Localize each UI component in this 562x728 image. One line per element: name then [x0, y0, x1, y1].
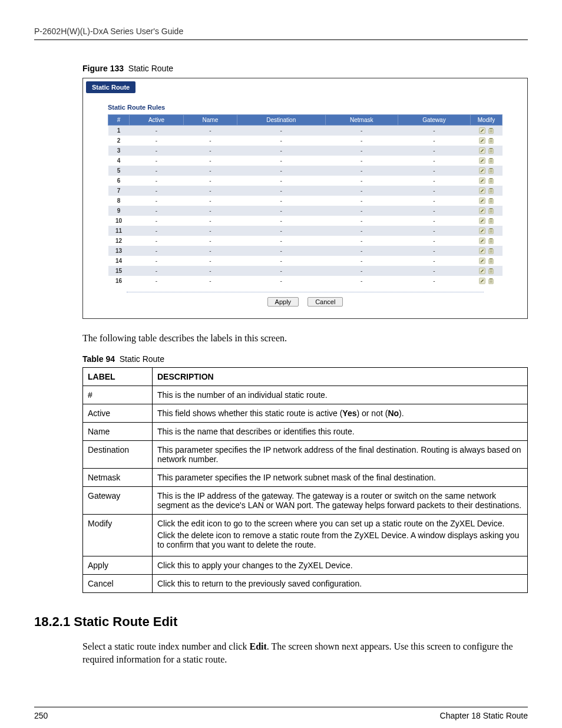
cell-gateway: -: [398, 126, 470, 136]
edit-icon[interactable]: [478, 187, 486, 195]
delete-icon[interactable]: [487, 247, 495, 255]
cell-active: -: [130, 166, 184, 176]
cell-active: -: [130, 146, 184, 156]
cell-gateway: -: [398, 266, 470, 276]
cell-netmask: -: [325, 186, 398, 196]
intro-paragraph: The following table describes the labels…: [82, 333, 528, 344]
delete-icon[interactable]: [487, 197, 495, 205]
edit-icon[interactable]: [478, 277, 486, 285]
section-heading: 18.2.1 Static Route Edit: [34, 614, 528, 630]
svg-rect-68: [489, 238, 492, 239]
cell-gateway: -: [398, 176, 470, 186]
cell-active: -: [130, 156, 184, 166]
apply-button[interactable]: Apply: [267, 297, 299, 307]
cell-gateway: -: [398, 146, 470, 156]
cell-name: -: [184, 226, 237, 236]
table-row: 12-----: [108, 236, 503, 246]
cell-destination: -: [237, 196, 325, 206]
edit-icon[interactable]: [478, 177, 486, 185]
edit-icon[interactable]: [478, 147, 486, 154]
desc-row: CancelClick this to return to the previo…: [83, 575, 528, 593]
delete-icon[interactable]: [487, 127, 495, 134]
cell-destination: -: [237, 276, 325, 286]
delete-icon[interactable]: [487, 187, 495, 195]
delete-icon[interactable]: [487, 217, 495, 225]
cell-active: -: [130, 266, 184, 276]
cell-index: 2: [108, 136, 130, 146]
table-row: 10-----: [108, 216, 503, 226]
cell-modify: [471, 126, 503, 136]
cell-active: -: [130, 196, 184, 206]
desc-row: ApplyClick this to apply your changes to…: [83, 556, 528, 575]
cell-netmask: -: [325, 236, 398, 246]
cell-destination: -: [237, 206, 325, 216]
desc-label: Gateway: [83, 487, 153, 515]
svg-rect-50: [489, 208, 492, 209]
delete-icon[interactable]: [487, 137, 495, 144]
desc-row: ModifyClick the edit icon to go to the s…: [83, 515, 528, 556]
cell-index: 16: [108, 276, 130, 286]
table-row: 16-----: [108, 276, 503, 286]
cell-index: 10: [108, 216, 130, 226]
cell-modify: [471, 156, 503, 166]
delete-icon[interactable]: [487, 227, 495, 235]
figure-caption: Figure 133 Static Route: [82, 64, 528, 73]
cell-netmask: -: [325, 266, 398, 276]
edit-icon[interactable]: [478, 227, 486, 235]
cell-name: -: [184, 206, 237, 216]
edit-icon[interactable]: [478, 157, 486, 164]
cell-modify: [471, 196, 503, 206]
table-row: 14-----: [108, 256, 503, 266]
figure-label: Figure 133: [82, 64, 124, 73]
delete-icon[interactable]: [487, 267, 495, 275]
running-header: P-2602H(W)(L)-DxA Series User's Guide: [34, 27, 528, 40]
edit-icon[interactable]: [478, 237, 486, 245]
edit-icon[interactable]: [478, 137, 486, 144]
cell-netmask: -: [325, 176, 398, 186]
desc-text: This parameter specifies the IP network …: [153, 441, 528, 469]
cell-index: 6: [108, 176, 130, 186]
delete-icon[interactable]: [487, 277, 495, 285]
cell-modify: [471, 266, 503, 276]
table-row: 6-----: [108, 176, 503, 186]
edit-icon[interactable]: [478, 167, 486, 174]
delete-icon[interactable]: [487, 167, 495, 174]
cell-index: 3: [108, 146, 130, 156]
desc-row: NetmaskThis parameter specifies the IP n…: [83, 469, 528, 487]
table-row: 9-----: [108, 206, 503, 216]
cell-active: -: [130, 236, 184, 246]
cell-name: -: [184, 156, 237, 166]
cell-gateway: -: [398, 236, 470, 246]
delete-icon[interactable]: [487, 257, 495, 265]
edit-icon[interactable]: [478, 197, 486, 205]
delete-icon[interactable]: [487, 177, 495, 185]
delete-icon[interactable]: [487, 207, 495, 215]
cell-gateway: -: [398, 206, 470, 216]
table-row: 5-----: [108, 166, 503, 176]
desc-label: Name: [83, 423, 153, 441]
svg-rect-8: [489, 138, 492, 139]
edit-icon[interactable]: [478, 217, 486, 225]
table-row: 11-----: [108, 226, 503, 236]
desc-row: DestinationThis parameter specifies the …: [83, 441, 528, 469]
delete-icon[interactable]: [487, 237, 495, 245]
desc-text: This field shows whether this static rou…: [153, 404, 528, 423]
edit-icon[interactable]: [478, 267, 486, 275]
cell-modify: [471, 166, 503, 176]
cell-gateway: -: [398, 276, 470, 286]
section-paragraph: Select a static route index number and c…: [82, 640, 528, 666]
cell-name: -: [184, 126, 237, 136]
table-row: 1-----: [108, 126, 503, 136]
cancel-button[interactable]: Cancel: [308, 297, 343, 307]
delete-icon[interactable]: [487, 147, 495, 154]
edit-icon[interactable]: [478, 127, 486, 134]
edit-icon[interactable]: [478, 207, 486, 215]
cell-name: -: [184, 216, 237, 226]
desc-text: This is the name that describes or ident…: [153, 423, 528, 441]
delete-icon[interactable]: [487, 157, 495, 164]
edit-icon[interactable]: [478, 247, 486, 255]
edit-icon[interactable]: [478, 257, 486, 265]
table-row: 4-----: [108, 156, 503, 166]
svg-rect-26: [489, 168, 492, 169]
description-table: LABEL DESCRIPTION #This is the number of…: [82, 367, 528, 593]
